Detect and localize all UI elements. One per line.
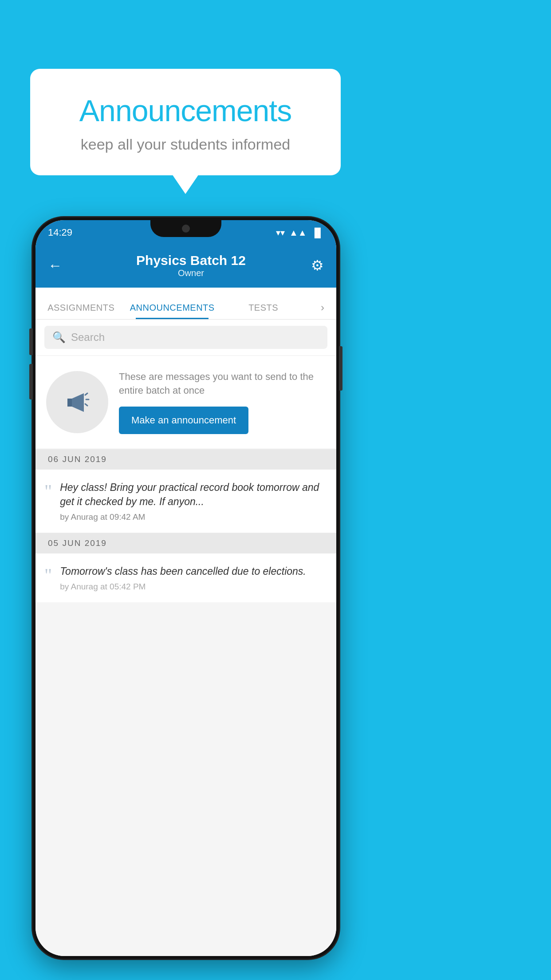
app-bar-subtitle: Owner: [71, 268, 311, 278]
announcement-cta-card: These are messages you want to send to t…: [35, 356, 336, 448]
quote-icon-1: ": [44, 482, 52, 501]
back-button[interactable]: ←: [48, 257, 62, 274]
power-button: [339, 346, 342, 391]
phone-notch: [150, 220, 221, 237]
svg-line-1: [85, 393, 87, 395]
phone-frame: 14:29 ▾▾ ▲▲ ▐▌ ← Physics Batch 12 Owner …: [33, 217, 339, 959]
announcement-content-2: Tomorrow's class has been cancelled due …: [60, 564, 326, 592]
battery-icon: ▐▌: [311, 228, 324, 238]
tab-tests[interactable]: TESTS: [218, 303, 309, 319]
status-icons: ▾▾ ▲▲ ▐▌: [276, 225, 324, 238]
phone-screen: 14:29 ▾▾ ▲▲ ▐▌ ← Physics Batch 12 Owner …: [35, 220, 336, 956]
wifi-icon: ▾▾: [276, 227, 285, 238]
status-time: 14:29: [48, 225, 72, 238]
announcement-text-2: Tomorrow's class has been cancelled due …: [60, 564, 326, 578]
volume-up-button: [29, 328, 33, 355]
search-section: 🔍 Search: [35, 320, 336, 355]
front-camera: [182, 225, 190, 233]
tab-assignments[interactable]: ASSIGNMENTS: [35, 303, 126, 319]
speech-bubble-container: Announcements keep all your students inf…: [30, 69, 341, 175]
date-separator-1: 06 JUN 2019: [35, 449, 336, 470]
make-announcement-button[interactable]: Make an announcement: [119, 407, 248, 434]
content-area: 🔍 Search These are mess: [35, 320, 336, 956]
svg-line-3: [85, 404, 87, 406]
announcement-meta-1: by Anurag at 09:42 AM: [60, 512, 326, 522]
app-bar-title-group: Physics Batch 12 Owner: [71, 253, 311, 278]
speech-bubble: Announcements keep all your students inf…: [30, 69, 341, 175]
speech-bubble-subtitle: keep all your students informed: [57, 136, 314, 153]
svg-rect-0: [67, 399, 72, 407]
announcement-item-1[interactable]: " Hey class! Bring your practical record…: [35, 470, 336, 533]
quote-icon-2: ": [44, 566, 52, 585]
tab-more[interactable]: ›: [309, 301, 336, 319]
search-icon: 🔍: [52, 331, 66, 344]
megaphone-icon-circle: [46, 371, 108, 433]
announcement-meta-2: by Anurag at 05:42 PM: [60, 582, 326, 592]
date-separator-2: 05 JUN 2019: [35, 533, 336, 553]
volume-down-button: [29, 364, 33, 399]
search-placeholder-text: Search: [71, 331, 105, 344]
signal-icon: ▲▲: [289, 228, 307, 238]
search-input-container[interactable]: 🔍 Search: [44, 326, 327, 349]
speech-bubble-title: Announcements: [57, 93, 314, 128]
settings-icon[interactable]: ⚙: [311, 257, 324, 274]
announcement-cta-description: These are messages you want to send to t…: [119, 370, 326, 398]
announcement-cta-right: These are messages you want to send to t…: [119, 370, 326, 434]
app-bar: ← Physics Batch 12 Owner ⚙: [35, 243, 336, 288]
app-bar-title: Physics Batch 12: [71, 253, 311, 268]
tab-announcements[interactable]: ANNOUNCEMENTS: [126, 303, 217, 319]
tabs-bar: ASSIGNMENTS ANNOUNCEMENTS TESTS ›: [35, 288, 336, 320]
announcement-item-2[interactable]: " Tomorrow's class has been cancelled du…: [35, 553, 336, 602]
megaphone-svg: [59, 384, 95, 420]
announcement-content-1: Hey class! Bring your practical record b…: [60, 480, 326, 522]
announcement-text-1: Hey class! Bring your practical record b…: [60, 480, 326, 509]
